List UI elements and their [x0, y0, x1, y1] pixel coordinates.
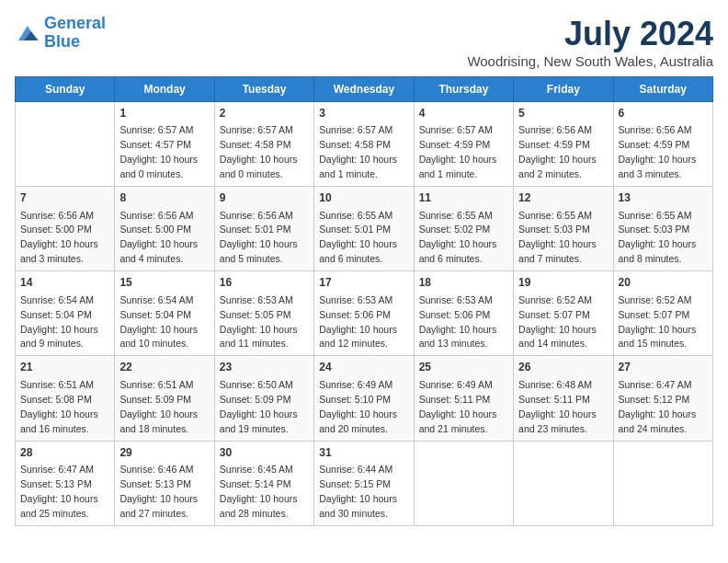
- table-row: 19 Sunrise: 6:52 AM Sunset: 5:07 PM Dayl…: [514, 271, 613, 356]
- daylight-info: Daylight: 10 hours and 11 minutes.: [220, 324, 298, 350]
- day-number: 18: [419, 275, 508, 291]
- table-row: 22 Sunrise: 6:51 AM Sunset: 5:09 PM Dayl…: [115, 356, 214, 441]
- sunrise-info: Sunrise: 6:56 AM: [20, 210, 94, 221]
- sunset-info: Sunset: 4:59 PM: [419, 139, 491, 150]
- page-header: GeneralBlue July 2024 Woodrising, New So…: [15, 15, 713, 69]
- sunrise-info: Sunrise: 6:56 AM: [119, 210, 193, 221]
- table-row: 24 Sunrise: 6:49 AM Sunset: 5:10 PM Dayl…: [314, 356, 414, 441]
- day-number: 4: [419, 106, 508, 121]
- day-number: 30: [220, 445, 309, 461]
- header-sunday: Sunday: [16, 77, 115, 102]
- sunset-info: Sunset: 4:59 PM: [518, 139, 590, 150]
- calendar-week-row: 21 Sunrise: 6:51 AM Sunset: 5:08 PM Dayl…: [16, 356, 713, 441]
- table-row: 10 Sunrise: 6:55 AM Sunset: 5:01 PM Dayl…: [314, 187, 414, 271]
- sunset-info: Sunset: 5:00 PM: [20, 224, 92, 235]
- calendar-week-row: 14 Sunrise: 6:54 AM Sunset: 5:04 PM Dayl…: [16, 271, 713, 356]
- daylight-info: Daylight: 10 hours and 10 minutes.: [119, 324, 198, 350]
- header-friday: Friday: [514, 77, 613, 102]
- day-number: 2: [220, 106, 309, 121]
- sunrise-info: Sunrise: 6:44 AM: [319, 464, 392, 475]
- sunset-info: Sunset: 5:01 PM: [220, 224, 291, 235]
- daylight-info: Daylight: 10 hours and 21 minutes.: [419, 408, 497, 434]
- table-row: 26 Sunrise: 6:48 AM Sunset: 5:11 PM Dayl…: [514, 356, 613, 441]
- table-row: 9 Sunrise: 6:56 AM Sunset: 5:01 PM Dayli…: [214, 187, 313, 271]
- day-number: 23: [220, 360, 309, 375]
- calendar-table: Sunday Monday Tuesday Wednesday Thursday…: [15, 76, 713, 526]
- sunset-info: Sunset: 5:02 PM: [419, 224, 491, 235]
- day-number: 31: [319, 445, 408, 461]
- day-number: 21: [20, 360, 109, 375]
- table-row: 14 Sunrise: 6:54 AM Sunset: 5:04 PM Dayl…: [16, 271, 115, 356]
- sunset-info: Sunset: 5:08 PM: [20, 394, 92, 405]
- sunrise-info: Sunrise: 6:55 AM: [419, 210, 493, 221]
- daylight-info: Daylight: 10 hours and 1 minute.: [419, 154, 497, 179]
- sunset-info: Sunset: 4:57 PM: [119, 139, 191, 150]
- day-number: 27: [619, 360, 708, 375]
- sunset-info: Sunset: 4:58 PM: [220, 139, 291, 150]
- day-number: 16: [220, 275, 309, 291]
- table-row: 20 Sunrise: 6:52 AM Sunset: 5:07 PM Dayl…: [613, 271, 712, 356]
- sunrise-info: Sunrise: 6:56 AM: [619, 124, 692, 135]
- sunset-info: Sunset: 5:14 PM: [220, 478, 291, 489]
- title-block: July 2024 Woodrising, New South Wales, A…: [467, 15, 713, 69]
- sunrise-info: Sunrise: 6:52 AM: [518, 294, 592, 305]
- daylight-info: Daylight: 10 hours and 3 minutes.: [619, 154, 697, 179]
- sunset-info: Sunset: 5:09 PM: [119, 394, 191, 405]
- location-title: Woodrising, New South Wales, Australia: [467, 53, 713, 69]
- table-row: 23 Sunrise: 6:50 AM Sunset: 5:09 PM Dayl…: [214, 356, 313, 441]
- day-number: 6: [619, 106, 708, 121]
- daylight-info: Daylight: 10 hours and 2 minutes.: [518, 154, 597, 179]
- sunrise-info: Sunrise: 6:49 AM: [419, 379, 493, 390]
- sunrise-info: Sunrise: 6:47 AM: [619, 379, 692, 390]
- day-number: 14: [20, 275, 109, 291]
- sunset-info: Sunset: 5:07 PM: [518, 309, 590, 320]
- sunrise-info: Sunrise: 6:53 AM: [419, 294, 493, 305]
- table-row: 15 Sunrise: 6:54 AM Sunset: 5:04 PM Dayl…: [115, 271, 214, 356]
- sunset-info: Sunset: 5:04 PM: [119, 309, 191, 320]
- day-number: 8: [119, 190, 209, 206]
- table-row: 28 Sunrise: 6:47 AM Sunset: 5:13 PM Dayl…: [16, 441, 115, 525]
- daylight-info: Daylight: 10 hours and 7 minutes.: [518, 238, 597, 264]
- header-thursday: Thursday: [414, 77, 513, 102]
- table-row: 11 Sunrise: 6:55 AM Sunset: 5:02 PM Dayl…: [414, 187, 513, 271]
- sunrise-info: Sunrise: 6:49 AM: [319, 379, 392, 390]
- day-number: 11: [419, 190, 508, 206]
- sunset-info: Sunset: 5:00 PM: [119, 224, 191, 235]
- sunset-info: Sunset: 5:13 PM: [20, 478, 92, 489]
- sunset-info: Sunset: 5:11 PM: [419, 394, 491, 405]
- daylight-info: Daylight: 10 hours and 24 minutes.: [619, 408, 697, 434]
- header-saturday: Saturday: [613, 77, 712, 102]
- header-wednesday: Wednesday: [314, 77, 414, 102]
- daylight-info: Daylight: 10 hours and 18 minutes.: [119, 408, 198, 434]
- table-row: 31 Sunrise: 6:44 AM Sunset: 5:15 PM Dayl…: [314, 441, 414, 525]
- month-title: July 2024: [467, 15, 713, 53]
- daylight-info: Daylight: 10 hours and 23 minutes.: [518, 408, 597, 434]
- sunset-info: Sunset: 5:12 PM: [619, 394, 690, 405]
- header-tuesday: Tuesday: [214, 77, 313, 102]
- daylight-info: Daylight: 10 hours and 8 minutes.: [619, 238, 697, 264]
- sunrise-info: Sunrise: 6:55 AM: [319, 210, 392, 221]
- day-number: 9: [220, 190, 309, 206]
- logo-text: GeneralBlue: [44, 15, 106, 52]
- table-row: 25 Sunrise: 6:49 AM Sunset: 5:11 PM Dayl…: [414, 356, 513, 441]
- sunset-info: Sunset: 5:10 PM: [319, 394, 391, 405]
- sunset-info: Sunset: 5:07 PM: [619, 309, 690, 320]
- table-row: 5 Sunrise: 6:56 AM Sunset: 4:59 PM Dayli…: [514, 102, 613, 187]
- sunrise-info: Sunrise: 6:57 AM: [319, 124, 392, 135]
- logo: GeneralBlue: [15, 15, 106, 52]
- daylight-info: Daylight: 10 hours and 9 minutes.: [20, 324, 98, 350]
- sunrise-info: Sunrise: 6:55 AM: [518, 210, 592, 221]
- sunset-info: Sunset: 5:06 PM: [419, 309, 491, 320]
- sunset-info: Sunset: 5:09 PM: [220, 394, 291, 405]
- daylight-info: Daylight: 10 hours and 3 minutes.: [20, 238, 98, 264]
- table-row: 21 Sunrise: 6:51 AM Sunset: 5:08 PM Dayl…: [16, 356, 115, 441]
- table-row: [16, 102, 115, 187]
- calendar-week-row: 7 Sunrise: 6:56 AM Sunset: 5:00 PM Dayli…: [16, 187, 713, 271]
- day-number: 15: [119, 275, 209, 291]
- daylight-info: Daylight: 10 hours and 19 minutes.: [220, 408, 298, 434]
- day-number: 3: [319, 106, 408, 121]
- table-row: 7 Sunrise: 6:56 AM Sunset: 5:00 PM Dayli…: [16, 187, 115, 271]
- sunrise-info: Sunrise: 6:57 AM: [119, 124, 193, 135]
- daylight-info: Daylight: 10 hours and 20 minutes.: [319, 408, 397, 434]
- daylight-info: Daylight: 10 hours and 13 minutes.: [419, 324, 497, 350]
